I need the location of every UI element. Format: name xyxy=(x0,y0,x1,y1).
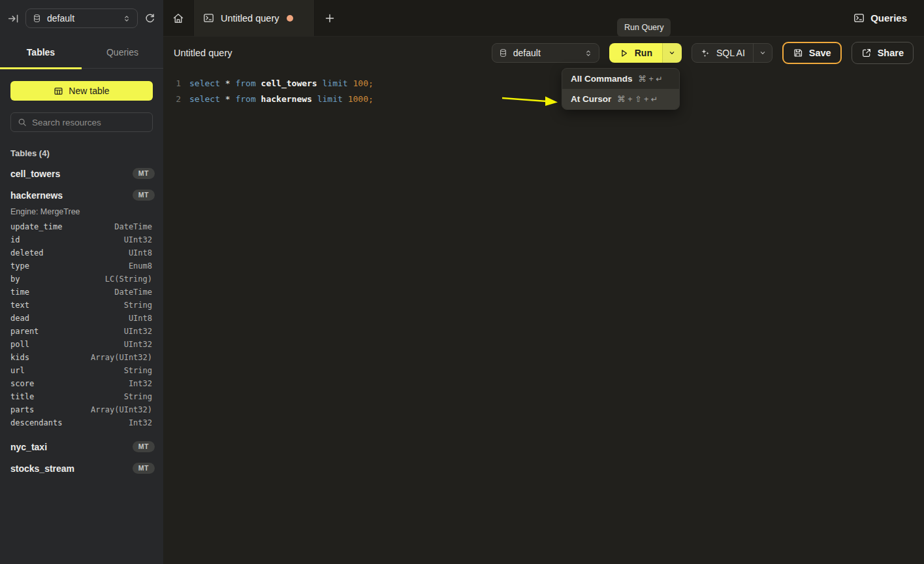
code-text: select * from hackernews limit 1000; xyxy=(189,91,374,107)
chevron-down-icon xyxy=(668,49,676,57)
column-row: kidsArray(UInt32) xyxy=(0,351,163,364)
column-type: Int32 xyxy=(129,418,152,427)
column-type: DateTime xyxy=(114,222,152,231)
code-token: from xyxy=(235,78,255,88)
home-icon xyxy=(172,12,184,24)
column-type: UInt8 xyxy=(129,314,152,323)
tab-untitled-query[interactable]: Untitled query xyxy=(193,0,315,36)
topbar-spacer xyxy=(345,0,846,36)
engine-badge: MT xyxy=(133,441,155,452)
engine-badge: MT xyxy=(133,463,155,474)
main-area: Untitled query default xyxy=(163,37,924,564)
column-row: partsArray(UInt32) xyxy=(0,403,163,416)
column-name: type xyxy=(10,261,29,271)
column-type: DateTime xyxy=(114,288,152,297)
column-type: UInt8 xyxy=(129,248,152,257)
run-options-button[interactable] xyxy=(662,43,682,63)
column-row: byLC(String) xyxy=(0,273,163,286)
column-name: deleted xyxy=(10,248,44,257)
column-row: pollUInt32 xyxy=(0,338,163,351)
table-row-nyc-taxi[interactable]: nyc_taxi MT xyxy=(0,436,163,457)
queries-label: Queries xyxy=(870,12,907,24)
table-name: hackernews xyxy=(10,190,63,201)
code-token: limit xyxy=(323,78,348,88)
home-button[interactable] xyxy=(163,0,193,36)
play-icon xyxy=(619,48,629,58)
save-button[interactable]: Save xyxy=(782,42,842,64)
sidebar-body: New table xyxy=(0,69,163,132)
search-box xyxy=(10,112,153,132)
column-name: descendants xyxy=(10,418,62,427)
chevron-updown-icon xyxy=(584,49,592,58)
new-table-button[interactable]: New table xyxy=(10,81,153,101)
column-name: update_time xyxy=(10,222,62,231)
code-token: ; xyxy=(368,78,374,88)
run-label: Run xyxy=(635,48,652,58)
refresh-button[interactable] xyxy=(144,13,155,24)
column-type: Array(UInt32) xyxy=(91,405,152,414)
column-row: timeDateTime xyxy=(0,286,163,299)
column-type: String xyxy=(124,301,152,310)
column-type: Array(UInt32) xyxy=(91,353,152,362)
table-row-cell-towers[interactable]: cell_towers MT xyxy=(0,163,163,184)
run-options-menu: All Commands ⌘ + ↵ At Cursor ⌘ + ⇧ + ↵ xyxy=(562,68,680,110)
table-row-stocks-stream[interactable]: stocks_stream MT xyxy=(0,457,163,479)
column-row: update_timeDateTime xyxy=(0,220,163,233)
column-name: score xyxy=(10,379,34,388)
tab-bar: Untitled query Queries xyxy=(163,0,924,37)
table-name: cell_towers xyxy=(10,169,60,179)
column-name: parts xyxy=(10,405,34,414)
queries-icon xyxy=(853,12,865,24)
chevron-down-icon xyxy=(759,49,767,57)
column-row: descendantsInt32 xyxy=(0,416,163,429)
column-name: id xyxy=(10,235,20,244)
run-query-tooltip: Run Query xyxy=(617,18,671,37)
search-input[interactable] xyxy=(32,118,148,127)
sidebar-tab-tables[interactable]: Tables xyxy=(0,37,82,68)
editor-toolbar: Untitled query default xyxy=(163,37,924,69)
sql-ai-button[interactable]: SQL AI xyxy=(692,44,753,62)
sidebar: Tables Queries New table Tables (4) xyxy=(0,37,163,564)
menu-item-all-commands[interactable]: All Commands ⌘ + ↵ xyxy=(562,69,679,89)
topbar-database-selector[interactable]: default xyxy=(25,8,138,28)
engine-badge: MT xyxy=(133,168,155,179)
new-tab-button[interactable] xyxy=(315,0,345,36)
share-button[interactable]: Share xyxy=(852,42,914,64)
engine-badge: MT xyxy=(133,190,155,201)
toolbar-database-selector[interactable]: default xyxy=(492,43,599,63)
collapse-sidebar-button[interactable] xyxy=(8,13,19,24)
sql-ai-options-button[interactable] xyxy=(753,44,772,62)
run-split-button: Run xyxy=(609,43,682,63)
engine-label: Engine: MergeTree xyxy=(10,207,163,216)
search-icon xyxy=(18,118,27,127)
sidebar-tab-queries[interactable]: Queries xyxy=(82,37,163,68)
column-type: String xyxy=(124,366,152,375)
queries-button[interactable]: Queries xyxy=(846,0,924,36)
code-line-2: 2 select * from hackernews limit 1000; xyxy=(163,91,924,107)
column-name: parent xyxy=(10,327,39,336)
column-name: kids xyxy=(10,353,29,362)
code-line-1: 1 select * from cell_towers limit 100; xyxy=(163,76,924,91)
save-icon xyxy=(793,48,803,58)
menu-item-label: All Commands xyxy=(571,74,633,84)
table-row-hackernews[interactable]: hackernews MT xyxy=(0,184,163,206)
column-row: deletedUInt8 xyxy=(0,246,163,259)
sql-editor[interactable]: 1 select * from cell_towers limit 100; 2… xyxy=(163,69,924,107)
menu-item-at-cursor[interactable]: At Cursor ⌘ + ⇧ + ↵ xyxy=(562,89,679,109)
chevron-updown-icon xyxy=(123,14,131,23)
column-type: UInt32 xyxy=(124,340,152,349)
code-text: select * from cell_towers limit 100; xyxy=(189,76,374,91)
table-grid-icon xyxy=(54,86,63,96)
database-icon xyxy=(33,14,41,23)
top-bar-left: default xyxy=(0,0,163,37)
code-token: * xyxy=(220,94,235,104)
run-button[interactable]: Run xyxy=(609,43,662,63)
line-number: 2 xyxy=(163,91,189,107)
plus-icon xyxy=(325,13,335,24)
sql-ai-label: SQL AI xyxy=(716,48,745,58)
column-row: titleString xyxy=(0,390,163,403)
new-table-label: New table xyxy=(69,86,109,96)
code-token: 1000 xyxy=(343,94,368,104)
column-list: update_timeDateTime idUInt32 deletedUInt… xyxy=(0,220,163,429)
share-label: Share xyxy=(878,48,904,58)
